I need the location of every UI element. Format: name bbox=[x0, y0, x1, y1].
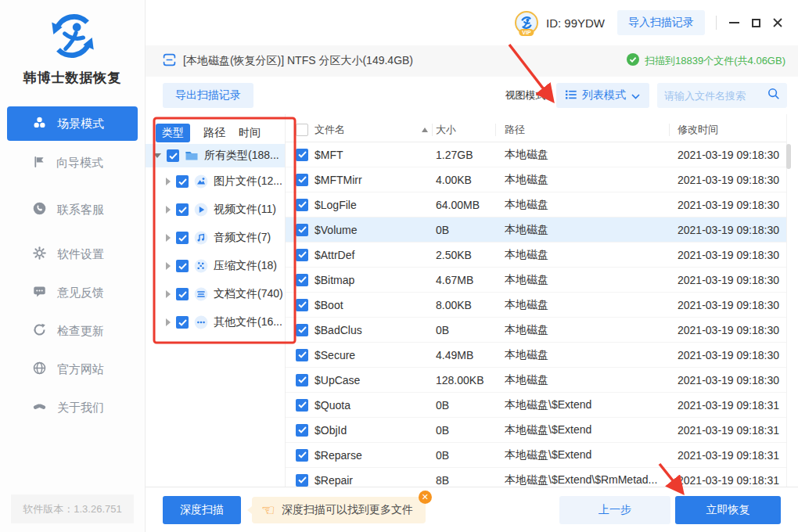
column-header-size[interactable]: 大小 bbox=[436, 123, 500, 137]
table-row[interactable]: $MFTMirr4.00KB本地磁盘2021-03-19 09:18:30 bbox=[286, 167, 786, 192]
file-name: $BadClus bbox=[315, 324, 418, 336]
sidebar-item-check-update[interactable]: 检查更新 bbox=[0, 314, 145, 348]
tree-item-image-files[interactable]: 图片文件(12... bbox=[146, 167, 285, 196]
table-row[interactable]: $Repair8B本地磁盘\$Extend\$RmMetad...2021-03… bbox=[286, 468, 786, 487]
table-row[interactable]: $Bitmap4.67MB本地磁盘2021-03-19 09:18:30 bbox=[286, 268, 786, 293]
file-name: $MFTMirr bbox=[315, 174, 418, 186]
deep-scan-button[interactable]: 深度扫描 bbox=[163, 496, 241, 524]
search-input[interactable] bbox=[664, 90, 767, 102]
export-scan-record-button[interactable]: 导出扫描记录 bbox=[163, 83, 253, 108]
tree-checkbox[interactable] bbox=[176, 260, 189, 272]
file-modified-time: 2021-03-19 09:18:30 bbox=[678, 274, 785, 286]
column-header-filename[interactable]: 文件名 bbox=[315, 123, 418, 137]
row-checkbox[interactable] bbox=[296, 399, 308, 412]
import-scan-record-button[interactable]: 导入扫描记录 bbox=[617, 10, 705, 35]
document-file-icon bbox=[194, 287, 208, 301]
table-row[interactable]: $MFT1.27GB本地磁盘2021-03-19 09:18:30 bbox=[286, 142, 786, 167]
table-row[interactable]: $Quota0B本地磁盘\$Extend2021-03-19 09:18:31 bbox=[286, 393, 786, 418]
tree-item-all-types[interactable]: 所有类型(188... bbox=[146, 144, 285, 167]
table-row[interactable]: $Reparse0B本地磁盘\$Extend2021-03-19 09:18:3… bbox=[286, 443, 786, 468]
table-header: 文件名 大小 路径 修改时间 bbox=[286, 117, 786, 142]
tree-item-other-files[interactable]: 其他文件(16... bbox=[146, 308, 285, 336]
sidebar-item-feedback[interactable]: 意见反馈 bbox=[0, 275, 145, 310]
caret-right-icon[interactable] bbox=[166, 178, 171, 185]
view-mode-dropdown[interactable]: 列表模式 bbox=[556, 83, 649, 108]
row-checkbox[interactable] bbox=[296, 199, 308, 211]
file-size: 0B bbox=[436, 224, 500, 236]
sidebar-item-official-website[interactable]: 官方网站 bbox=[0, 352, 145, 386]
tree-checkbox[interactable] bbox=[176, 232, 189, 244]
tree-checkbox[interactable] bbox=[176, 288, 189, 300]
previous-step-button[interactable]: 上一步 bbox=[559, 496, 670, 524]
tree-item-video-files[interactable]: 视频文件(11) bbox=[146, 196, 285, 224]
sidebar-item-scene-mode[interactable]: 场景模式 bbox=[7, 106, 138, 141]
row-checkbox[interactable] bbox=[296, 374, 308, 386]
table-row[interactable]: $Volume0B本地磁盘2021-03-19 09:18:30 bbox=[286, 217, 786, 243]
table-row[interactable]: $AttrDef2.50KB本地磁盘2021-03-19 09:18:30 bbox=[286, 243, 786, 268]
tree-item-audio-files[interactable]: 音频文件(7) bbox=[146, 224, 285, 252]
file-type-tree: 所有类型(188... 图片文件(12... 视频文件(11) bbox=[146, 144, 285, 336]
tree-item-label: 所有类型(188... bbox=[204, 149, 279, 163]
column-header-modified-time[interactable]: 修改时间 bbox=[678, 123, 785, 137]
tab-type[interactable]: 类型 bbox=[156, 124, 190, 142]
row-checkbox[interactable] bbox=[296, 274, 308, 286]
tree-checkbox[interactable] bbox=[167, 149, 179, 162]
file-path: 本地磁盘 bbox=[505, 173, 667, 187]
tree-checkbox[interactable] bbox=[176, 175, 189, 188]
table-row[interactable]: $LogFile64.00MB本地磁盘2021-03-19 09:18:30 bbox=[286, 192, 786, 217]
table-row[interactable]: $ObjId0B本地磁盘\$Extend2021-03-19 09:18:31 bbox=[286, 418, 786, 443]
sidebar-item-wizard-mode[interactable]: 向导模式 bbox=[0, 146, 145, 180]
sort-ascending-icon[interactable] bbox=[422, 128, 428, 132]
caret-right-icon[interactable] bbox=[166, 262, 171, 270]
table-row[interactable]: $Secure4.49MB本地磁盘2021-03-19 09:18:30 bbox=[286, 343, 786, 368]
row-checkbox[interactable] bbox=[296, 299, 308, 311]
row-checkbox[interactable] bbox=[296, 224, 308, 236]
caret-right-icon[interactable] bbox=[166, 206, 171, 214]
caret-down-icon[interactable] bbox=[153, 153, 161, 158]
sidebar-item-contact-support[interactable]: 联系客服 bbox=[0, 192, 145, 227]
file-modified-time: 2021-03-19 09:18:30 bbox=[678, 199, 785, 211]
file-name: $Repair bbox=[315, 474, 418, 487]
column-divider bbox=[669, 124, 670, 136]
tree-item-document-files[interactable]: 文档文件(740) bbox=[146, 280, 285, 308]
row-checkbox[interactable] bbox=[296, 174, 308, 186]
vertical-scrollbar-thumb[interactable] bbox=[786, 144, 791, 169]
file-modified-time: 2021-03-19 09:18:30 bbox=[678, 249, 785, 261]
select-all-checkbox[interactable] bbox=[296, 124, 308, 136]
search-icon[interactable] bbox=[767, 88, 780, 103]
minimize-button[interactable] bbox=[723, 11, 745, 34]
scan-header: [本地磁盘(恢复分区)] NTFS 分区大小(149.4GB) 扫描到18839… bbox=[146, 45, 798, 77]
row-checkbox[interactable] bbox=[296, 324, 308, 336]
file-path: 本地磁盘\$Extend bbox=[505, 448, 667, 462]
table-row[interactable]: $Boot8.00KB本地磁盘2021-03-19 09:18:30 bbox=[286, 293, 786, 318]
tree-checkbox[interactable] bbox=[176, 203, 189, 216]
file-name: $Boot bbox=[315, 299, 418, 311]
file-size: 4.67MB bbox=[436, 274, 500, 286]
tooltip-close-icon[interactable]: ✕ bbox=[419, 491, 432, 504]
caret-right-icon[interactable] bbox=[166, 234, 171, 242]
caret-right-icon[interactable] bbox=[166, 318, 171, 326]
row-checkbox[interactable] bbox=[296, 424, 308, 437]
column-header-path[interactable]: 路径 bbox=[505, 123, 667, 137]
tree-item-archive-files[interactable]: 压缩文件(18) bbox=[146, 252, 285, 280]
row-checkbox[interactable] bbox=[296, 474, 308, 487]
app-window: 韩博士数据恢复 场景模式 向导模式 联系客服 bbox=[0, 0, 798, 532]
row-checkbox[interactable] bbox=[296, 449, 308, 462]
close-button[interactable] bbox=[767, 11, 789, 34]
maximize-button[interactable] bbox=[745, 11, 767, 34]
table-row[interactable]: $UpCase128.00KB本地磁盘2021-03-19 09:18:30 bbox=[286, 368, 786, 393]
file-size: 128.00KB bbox=[436, 374, 500, 386]
tree-checkbox[interactable] bbox=[176, 316, 189, 329]
brand-logo-icon bbox=[45, 53, 101, 66]
sidebar-item-about-us[interactable]: 关于我们 bbox=[0, 390, 145, 425]
caret-right-icon[interactable] bbox=[166, 290, 171, 298]
table-row[interactable]: $BadClus0B本地磁盘2021-03-19 09:18:30 bbox=[286, 318, 786, 343]
archive-file-icon bbox=[194, 259, 208, 273]
tab-path[interactable]: 路径 bbox=[203, 124, 225, 142]
row-checkbox[interactable] bbox=[296, 349, 308, 361]
recover-now-button[interactable]: 立即恢复 bbox=[675, 496, 781, 524]
row-checkbox[interactable] bbox=[296, 149, 308, 161]
tab-time[interactable]: 时间 bbox=[239, 124, 261, 142]
sidebar-item-settings[interactable]: 软件设置 bbox=[0, 237, 145, 271]
row-checkbox[interactable] bbox=[296, 249, 308, 261]
